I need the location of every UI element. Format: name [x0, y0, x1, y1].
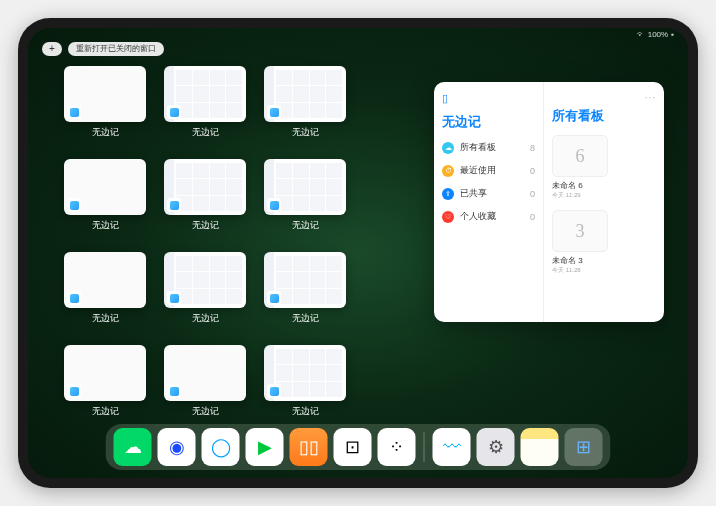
sidebar-item-count: 0 — [530, 212, 535, 222]
thumb-preview — [164, 345, 246, 401]
battery-text: 100% — [648, 30, 668, 39]
window-label: 无边记 — [292, 312, 319, 325]
window-label: 无边记 — [192, 405, 219, 418]
sidebar-item-count: 0 — [530, 189, 535, 199]
window-label: 无边记 — [292, 126, 319, 139]
freeform-app-icon — [167, 105, 181, 119]
freeform-app-icon — [167, 291, 181, 305]
dock-recent-group-icon[interactable]: ⊞ — [565, 428, 603, 466]
add-button[interactable]: + — [42, 42, 62, 56]
sidebar-item-count: 0 — [530, 166, 535, 176]
freeform-app-icon — [67, 384, 81, 398]
status-bar: ᯤ 100% ▪ — [637, 30, 674, 39]
dock-qq-browser-icon[interactable]: ◯ — [202, 428, 240, 466]
panel-right-title: 所有看板 — [552, 107, 656, 125]
freeform-app-icon — [267, 384, 281, 398]
board-item[interactable]: 6未命名 6今天 11:29 — [552, 135, 656, 200]
top-bar: + 重新打开已关闭的窗口 — [42, 42, 164, 56]
window-label: 无边记 — [92, 405, 119, 418]
dock-dice-icon[interactable]: ⊡ — [334, 428, 372, 466]
window-thumb[interactable]: 无边记 — [264, 159, 346, 232]
freeform-app-icon — [167, 198, 181, 212]
dock: ☁◉◯▶▯▯⊡⁘〰⚙⊞ — [106, 424, 611, 470]
dock-books-icon[interactable]: ▯▯ — [290, 428, 328, 466]
window-grid: 无边记无边记无边记无边记无边记无边记无边记无边记无边记无边记无边记无边记 — [64, 66, 346, 418]
window-label: 无边记 — [92, 312, 119, 325]
window-label: 无边记 — [92, 219, 119, 232]
board-item[interactable]: 3未命名 3今天 11:28 — [552, 210, 656, 275]
window-label: 无边记 — [92, 126, 119, 139]
board-time: 今天 11:28 — [552, 266, 656, 275]
reopen-pill[interactable]: 重新打开已关闭的窗口 — [68, 42, 164, 56]
ipad-device: ᯤ 100% ▪ + 重新打开已关闭的窗口 无边记无边记无边记无边记无边记无边记… — [18, 18, 698, 488]
sidebar-item-icon: ⇪ — [442, 188, 454, 200]
freeform-app-icon — [67, 198, 81, 212]
freeform-app-icon — [267, 198, 281, 212]
window-thumb[interactable]: 无边记 — [264, 345, 346, 418]
thumb-preview — [264, 345, 346, 401]
window-label: 无边记 — [292, 405, 319, 418]
window-thumb[interactable]: 无边记 — [64, 345, 146, 418]
screen: ᯤ 100% ▪ + 重新打开已关闭的窗口 无边记无边记无边记无边记无边记无边记… — [28, 28, 688, 478]
sidebar-item[interactable]: ♡个人收藏0 — [442, 210, 535, 223]
panel-sidebar: ▯ 无边记 ☁所有看板8⏱最近使用0⇪已共享0♡个人收藏0 — [434, 82, 544, 322]
window-thumb[interactable]: 无边记 — [164, 345, 246, 418]
window-thumb[interactable]: 无边记 — [64, 159, 146, 232]
freeform-app-icon — [67, 105, 81, 119]
dock-dots-icon[interactable]: ⁘ — [378, 428, 416, 466]
window-thumb[interactable]: 无边记 — [264, 66, 346, 139]
thumb-preview — [64, 66, 146, 122]
board-thumb: 3 — [552, 210, 608, 252]
more-button[interactable]: ··· — [552, 92, 656, 103]
window-thumb[interactable]: 无边记 — [164, 159, 246, 232]
battery-icon: ▪ — [671, 30, 674, 39]
sidebar-item[interactable]: ⏱最近使用0 — [442, 164, 535, 177]
sidebar-item-label: 已共享 — [460, 187, 487, 200]
sidebar-item-label: 个人收藏 — [460, 210, 496, 223]
thumb-preview — [264, 159, 346, 215]
sidebar-item-icon: ☁ — [442, 142, 454, 154]
sidebar-item-count: 8 — [530, 143, 535, 153]
freeform-app-icon — [267, 291, 281, 305]
board-name: 未命名 6 — [552, 180, 656, 191]
freeform-panel[interactable]: ▯ 无边记 ☁所有看板8⏱最近使用0⇪已共享0♡个人收藏0 ··· 所有看板 6… — [434, 82, 664, 322]
board-time: 今天 11:29 — [552, 191, 656, 200]
thumb-preview — [164, 159, 246, 215]
thumb-preview — [164, 252, 246, 308]
freeform-app-icon — [167, 384, 181, 398]
thumb-preview — [64, 159, 146, 215]
panel-content: ··· 所有看板 6未命名 6今天 11:293未命名 3今天 11:28 — [544, 82, 664, 322]
thumb-preview — [264, 66, 346, 122]
window-label: 无边记 — [192, 126, 219, 139]
window-thumb[interactable]: 无边记 — [164, 66, 246, 139]
window-label: 无边记 — [292, 219, 319, 232]
window-label: 无边记 — [192, 219, 219, 232]
thumb-preview — [264, 252, 346, 308]
sidebar-item-label: 所有看板 — [460, 141, 496, 154]
dock-separator — [424, 432, 425, 462]
window-thumb[interactable]: 无边记 — [264, 252, 346, 325]
window-thumb[interactable]: 无边记 — [64, 252, 146, 325]
board-thumb: 6 — [552, 135, 608, 177]
sidebar-item[interactable]: ☁所有看板8 — [442, 141, 535, 154]
sidebar-toggle-icon[interactable]: ▯ — [442, 92, 535, 105]
dock-notes-icon[interactable] — [521, 428, 559, 466]
thumb-preview — [64, 345, 146, 401]
sidebar-item-icon: ⏱ — [442, 165, 454, 177]
freeform-app-icon — [267, 105, 281, 119]
window-thumb[interactable]: 无边记 — [64, 66, 146, 139]
sidebar-item[interactable]: ⇪已共享0 — [442, 187, 535, 200]
dock-settings-icon[interactable]: ⚙ — [477, 428, 515, 466]
sidebar-item-icon: ♡ — [442, 211, 454, 223]
dock-freeform-icon[interactable]: 〰 — [433, 428, 471, 466]
thumb-preview — [64, 252, 146, 308]
board-name: 未命名 3 — [552, 255, 656, 266]
dock-wechat-icon[interactable]: ☁ — [114, 428, 152, 466]
window-thumb[interactable]: 无边记 — [164, 252, 246, 325]
dock-tencent-video-icon[interactable]: ◉ — [158, 428, 196, 466]
window-label: 无边记 — [192, 312, 219, 325]
wifi-icon: ᯤ — [637, 30, 645, 39]
thumb-preview — [164, 66, 246, 122]
dock-iqiyi-icon[interactable]: ▶ — [246, 428, 284, 466]
freeform-app-icon — [67, 291, 81, 305]
